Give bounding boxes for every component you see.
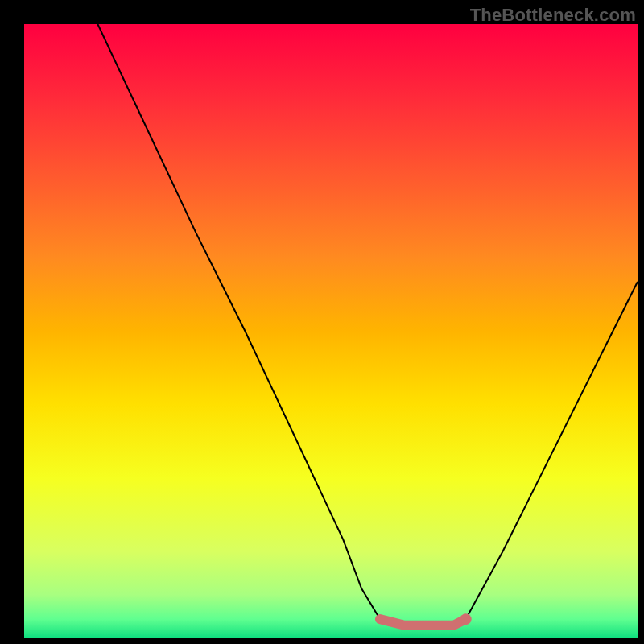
watermark-link[interactable]: TheBottleneck.com [470,5,636,26]
gradient-bg [24,24,638,638]
chart-svg [24,24,638,638]
plateau-end-dot [460,613,472,625]
stage: TheBottleneck.com [0,0,644,644]
chart-plot [24,24,638,638]
